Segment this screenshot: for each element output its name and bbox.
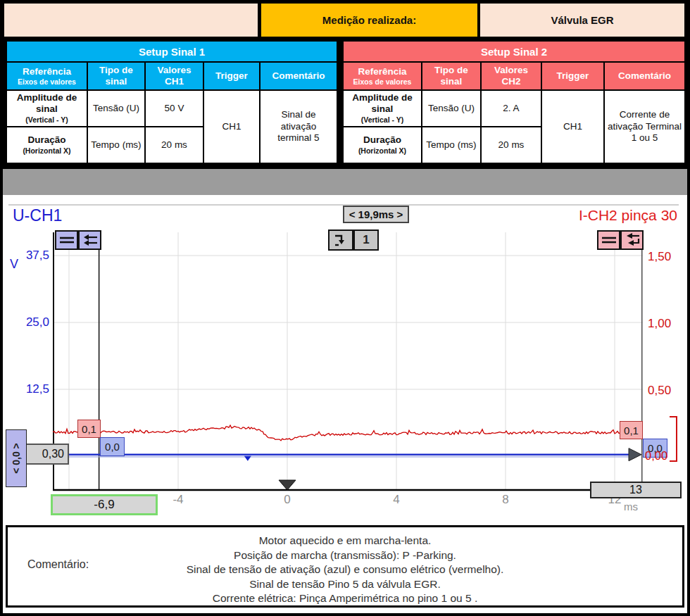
setup2-col-values: Valores CH2 — [481, 62, 541, 90]
setup1-row-duration: Duração(Horizontal X) — [6, 127, 87, 163]
setup2-trigger-value: CH1 — [541, 90, 604, 163]
comment-box: Comentário: Motor aquecido e em marcha-l… — [6, 525, 684, 608]
channel2-title: I-CH2 pinça 30 — [537, 207, 677, 224]
top-bar-empty-cell — [4, 4, 258, 37]
y-tick-25-0: 25,0 — [18, 315, 49, 329]
x-axis-unit: ms — [624, 501, 638, 513]
setup2-col-reference: ReferênciaEixos de valores — [343, 62, 422, 90]
ch1-position-button[interactable] — [55, 230, 78, 250]
setup1-amplitude-value: 50 V — [145, 90, 203, 127]
setup1-col-signal-type: Tipo de sinal — [87, 62, 145, 90]
setup1-row-amplitude: Amplitude de sinal(Vertical - Y) — [6, 90, 87, 127]
setup2-amplitude-type: Tensão (U) — [422, 90, 481, 127]
gridlines — [54, 232, 643, 489]
setup2-row-duration: Duração(Horizontal X) — [343, 127, 422, 163]
setup-signal1-table: Setup Sinal 1 ReferênciaEixos de valores… — [6, 40, 338, 164]
trigger-slope-button[interactable] — [328, 230, 353, 251]
comment-line: Posição de marcha (transmissão): P -Park… — [8, 548, 682, 563]
y-tick-0-50: 0,50 — [648, 384, 671, 398]
setup1-col-reference: ReferênciaEixos de valores — [6, 62, 87, 90]
setup1-col-comment: Comentário — [260, 62, 337, 90]
ch2-scroll-button[interactable] — [620, 230, 644, 250]
setup1-duration-type: Tempo (ms) — [87, 127, 145, 163]
horizontal-lines-icon — [58, 233, 76, 247]
setup2-title: Setup Sinal 2 — [343, 41, 685, 62]
setup1-col-trigger: Trigger — [203, 62, 260, 90]
ch2-current-trace — [53, 425, 643, 441]
y-tick-12-5: 12,5 — [18, 382, 49, 396]
setup2-row-amplitude: Amplitude de sinal(Vertical - Y) — [343, 90, 422, 127]
ch1-position-handle[interactable]: < 0,0 > — [6, 429, 27, 487]
arrow-left-return-icon — [623, 232, 641, 248]
setup2-col-comment: Comentário — [604, 62, 685, 90]
trigger-position-marker[interactable] — [279, 480, 296, 490]
comment-text: Motor aquecido e em marcha-lenta. Posiçã… — [8, 534, 682, 606]
comment-line: Sinal de tensão Pino 5 da válvula EGR. — [8, 577, 682, 592]
setup1-title: Setup Sinal 1 — [6, 41, 337, 62]
setup2-amplitude-value: 2. A — [481, 90, 541, 127]
measurement-label: Medição realizada: — [261, 4, 477, 37]
x-tick--4: -4 — [172, 493, 183, 507]
ch2-position-button[interactable] — [597, 230, 620, 250]
left-cursor-value-box[interactable]: -6,9 — [51, 494, 158, 515]
comment-line: Sinal de tensão de ativação (azul) e con… — [8, 562, 682, 577]
ch1-voltage-trace[interactable] — [54, 448, 641, 461]
setup2-col-trigger: Trigger — [541, 62, 604, 90]
ch2-range-bracket — [670, 416, 677, 462]
setup2-duration-value: 20 ms — [481, 127, 541, 163]
ch1-scroll-button[interactable] — [78, 230, 101, 250]
measurement-value: Válvula EGR — [480, 4, 684, 37]
x-tick-8: 8 — [502, 493, 508, 507]
setup1-duration-value: 20 ms — [145, 127, 203, 163]
channel1-title: U-CH1 — [13, 206, 62, 225]
setup1-trigger-value: CH1 — [203, 90, 260, 163]
y-tick-37-5: 37,5 — [18, 249, 49, 263]
horizontal-lines-icon — [600, 233, 618, 247]
right-arrowhead[interactable] — [629, 448, 641, 461]
double-left-arrow-icon — [81, 233, 99, 247]
comment-section: Comentário: Motor aquecido e em marcha-l… — [3, 522, 687, 613]
setup1-col-values: Valores CH1 — [145, 62, 203, 90]
setup-signal2-table: Setup Sinal 2 ReferênciaEixos de valores… — [342, 40, 686, 164]
setup2-duration-type: Tempo (ms) — [422, 127, 481, 163]
setup1-comment-value: Sinal de ativação terminal 5 — [260, 90, 337, 163]
setup2-col-signal-type: Tipo de sinal — [422, 62, 481, 90]
setup1-amplitude-type: Tensão (U) — [87, 90, 145, 127]
left-cursor-ch1-readout: 0,0 — [100, 437, 125, 456]
ch1-trigger-point-marker — [244, 456, 251, 461]
trigger-channel-button[interactable]: 1 — [353, 230, 379, 251]
x-tick-0: 0 — [284, 493, 290, 507]
right-cursor-ch2-readout: 0,1 — [620, 421, 643, 439]
left-cursor-ch2-readout: 0,1 — [77, 420, 101, 438]
trigger-channel-number: 1 — [363, 233, 369, 247]
y-axis-unit-left: V — [10, 257, 18, 272]
y-tick-1-00: 1,00 — [648, 317, 671, 331]
comment-line: Motor aquecido e em marcha-lenta. — [8, 534, 682, 548]
scope-plot — [53, 232, 643, 491]
right-cursor-value-box[interactable]: 13 — [590, 482, 682, 498]
comment-line: Corrente elétrica: Pinça Amperimétrica n… — [8, 591, 682, 606]
y-tick-1-50: 1,50 — [648, 250, 671, 264]
x-tick-4: 4 — [393, 493, 399, 507]
y-tick-0-00: 0,00 — [645, 449, 667, 463]
timebase-button[interactable]: < 19,9ms > — [343, 206, 409, 223]
setup2-comment-value: Corrente de ativação Terminal 1 ou 5 — [604, 90, 685, 163]
trigger-falling-edge-icon — [332, 232, 349, 248]
separator-bar — [3, 169, 687, 195]
